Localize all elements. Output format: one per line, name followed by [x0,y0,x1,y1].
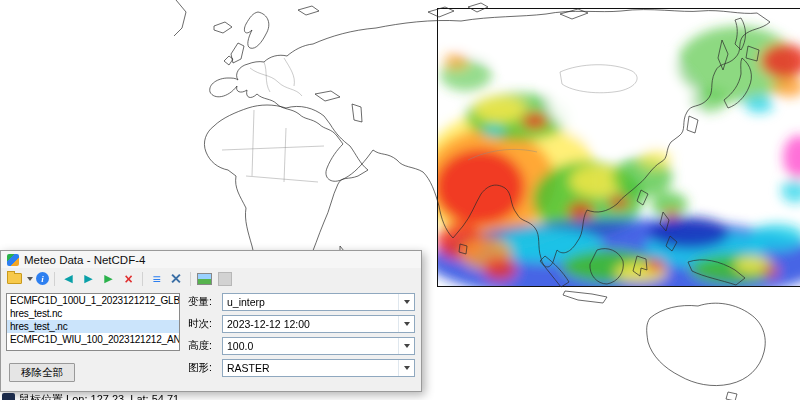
dropdown-arrow-icon[interactable] [398,316,414,332]
file-list-item-selected[interactable]: hres_test_.nc [7,320,179,333]
save-icon[interactable] [216,270,233,287]
forward-arrow-icon[interactable]: ▶ [80,270,97,287]
info-icon[interactable]: i [36,272,49,285]
level-select[interactable]: 100.0 [222,337,415,355]
tools-icon[interactable] [168,270,185,287]
file-list-item[interactable]: ECMFC1D_WIU_100_2023121212_ANEA_1.grib1 [7,333,179,346]
app-icon [7,254,19,266]
dropdown-arrow-icon[interactable] [398,294,414,310]
delete-icon[interactable]: × [120,270,137,287]
time-value: 2023-12-12 12:00 [223,318,398,330]
level-value: 100.0 [223,340,398,352]
dialog-toolbar: i ◀ ▶ ▶ × ≡ [1,268,421,289]
meteo-data-dialog: Meteo Data - NetCDF-4 i ◀ ▶ ▶ × ≡ ECMFC1… [0,250,422,392]
level-label: 高度: [188,339,218,353]
variable-value: u_interp [223,296,398,308]
image-icon[interactable] [196,270,213,287]
toolbar-separator [54,272,55,286]
toolbar-separator [190,272,191,286]
status-bar: 鼠标位置 Lon: 127.23, Lat: 54.71 [2,392,179,400]
remove-all-button[interactable]: 移除全部 [9,363,75,382]
app-window: Meteo Data - NetCDF-4 i ◀ ▶ ▶ × ≡ ECMFC1… [0,0,800,400]
time-select[interactable]: 2023-12-12 12:00 [222,315,415,333]
dropdown-arrow-icon[interactable] [398,338,414,354]
wind-raster-overlay [437,8,800,287]
variable-select[interactable]: u_interp [222,293,415,311]
wind-raster-image [438,9,800,286]
file-list-item[interactable]: hres_test.nc [7,307,179,320]
graphic-select[interactable]: RASTER [222,359,415,377]
file-list[interactable]: ECMFC1D_100U_1_2023121212_GLB_1.grib1 hr… [6,293,180,351]
status-icon [2,393,15,400]
open-folder-icon[interactable] [6,270,23,287]
variable-label: 变量: [188,295,218,309]
run-icon[interactable]: ▶ [100,270,117,287]
graphic-label: 图形: [188,361,218,375]
back-arrow-icon[interactable]: ◀ [60,270,77,287]
file-list-item[interactable]: ECMFC1D_100U_1_2023121212_GLB_1.grib1 [7,294,179,307]
dropdown-arrow-icon[interactable] [398,360,414,376]
toolbar-separator [142,272,143,286]
cursor-coordinates-text: 鼠标位置 Lon: 127.23, Lat: 54.71 [19,392,179,400]
dialog-title: Meteo Data - NetCDF-4 [24,254,145,266]
graphic-value: RASTER [223,362,398,374]
dialog-titlebar[interactable]: Meteo Data - NetCDF-4 [1,251,421,268]
list-icon[interactable]: ≡ [148,270,165,287]
folder-dropdown-caret-icon[interactable] [27,277,33,281]
parameter-form: 变量: u_interp 时次: 2023-12-12 12:00 高度: [188,293,415,377]
time-label: 时次: [188,317,218,331]
